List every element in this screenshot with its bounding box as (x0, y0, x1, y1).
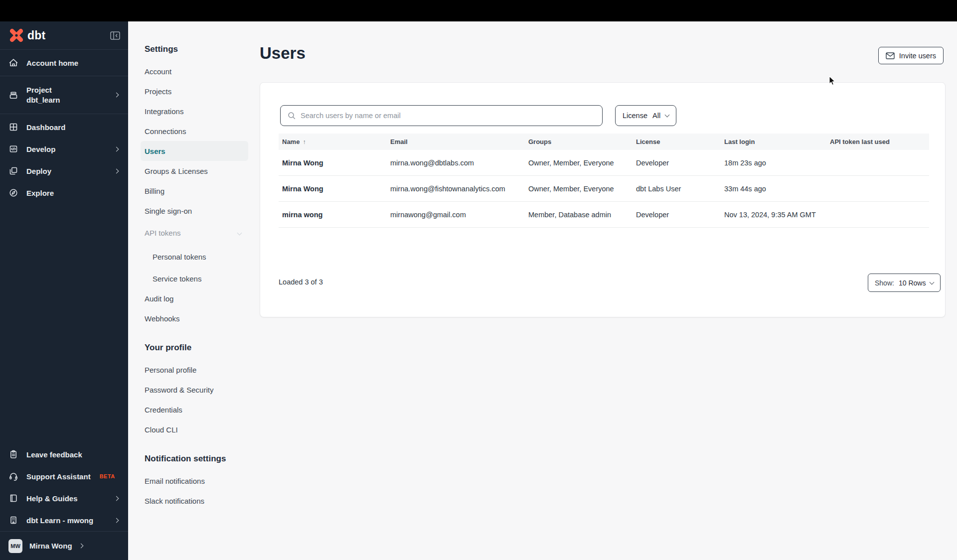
dbt-logo-icon (9, 28, 24, 43)
settings-nav-item-users[interactable]: Users (141, 141, 248, 161)
sidebar-item-deploy[interactable]: Deploy (0, 160, 128, 182)
license-filter-dropdown[interactable]: License All (615, 105, 676, 126)
dashboard-grid-icon (8, 122, 18, 132)
column-header-name[interactable]: Name ↑ (279, 138, 387, 145)
settings-nav-item-cloud-cli[interactable]: Cloud CLI (141, 420, 248, 439)
sidebar-item-develop[interactable]: Develop (0, 138, 128, 160)
sidebar-item-label: Dashboard (26, 123, 118, 132)
table-row[interactable]: Mirna Wong mirna.wong@dbtlabs.com Owner,… (279, 150, 929, 176)
table-header-row: Name ↑ Email Groups License Last login A… (279, 134, 929, 150)
cell-last-login: 33m 44s ago (721, 185, 826, 193)
cell-email: mirnawong@gmail.com (387, 211, 525, 219)
table-row[interactable]: Mirna Wong mirna.wong@fishtownanalytics.… (279, 176, 929, 202)
sidebar-item-help-guides[interactable]: Help & Guides (0, 487, 128, 509)
settings-nav-item-billing[interactable]: Billing (141, 181, 248, 201)
settings-nav-item-groups-licenses[interactable]: Groups & Licenses (141, 161, 248, 181)
sidebar-item-label: Account home (26, 59, 118, 67)
user-name: Mirna Wong (29, 542, 72, 550)
chevron-right-icon (114, 518, 119, 523)
beta-badge: BETA (100, 473, 118, 479)
settings-nav-item-email-notifications[interactable]: Email notifications (141, 471, 248, 491)
sidebar-item-label: Develop (26, 145, 107, 153)
settings-nav-item-slack-notifications[interactable]: Slack notifications (141, 491, 248, 511)
chevron-right-icon (114, 146, 119, 151)
settings-nav-item-webhooks[interactable]: Webhooks (141, 308, 248, 328)
column-header-last-login[interactable]: Last login (721, 138, 826, 145)
settings-nav-item-connections[interactable]: Connections (141, 121, 248, 141)
sidebar: dbt Account home Project d (0, 21, 128, 560)
column-header-email[interactable]: Email (387, 138, 525, 145)
settings-nav-item-single-sign-on[interactable]: Single sign-on (141, 201, 248, 221)
sidebar-item-support-assistant[interactable]: Support Assistant BETA (0, 465, 128, 487)
settings-nav-item-personal-tokens[interactable]: Personal tokens (141, 245, 248, 269)
sidebar-item-account-home[interactable]: Account home (0, 50, 128, 76)
search-input[interactable] (301, 112, 596, 120)
rows-per-page-dropdown[interactable]: Show: 10 Rows (868, 274, 941, 292)
headset-icon (8, 471, 18, 481)
cell-license: dbt Labs User (633, 185, 721, 193)
column-header-api-token[interactable]: API token last used (826, 138, 929, 145)
chevron-right-icon (114, 496, 119, 501)
clipboard-icon (8, 449, 18, 459)
sidebar-item-label: Help & Guides (26, 494, 107, 503)
settings-nav-item-personal-profile[interactable]: Personal profile (141, 360, 248, 380)
settings-nav-item-password-security[interactable]: Password & Security (141, 380, 248, 400)
search-icon (288, 112, 296, 120)
cell-name: Mirna Wong (279, 185, 387, 193)
invite-users-label: Invite users (899, 52, 936, 60)
sidebar-item-project[interactable]: Project dbt_learn (0, 76, 128, 114)
top-black-bar (0, 0, 957, 21)
sidebar-item-account-switcher[interactable]: dbt Learn - mwong (0, 509, 128, 531)
cell-groups: Owner, Member, Everyone (525, 185, 633, 193)
cell-last-login: Nov 13, 2024, 9:35 AM GMT (721, 211, 826, 219)
sidebar-item-label: Deploy (26, 167, 107, 175)
column-label: Name (282, 138, 300, 145)
settings-nav-item-integrations[interactable]: Integrations (141, 101, 248, 121)
sidebar-item-explore[interactable]: Explore (0, 182, 128, 204)
sidebar-project-label: Project (26, 86, 107, 94)
book-icon (8, 493, 18, 503)
cell-email: mirna.wong@dbtlabs.com (387, 159, 525, 167)
panel-collapse-icon (110, 31, 120, 40)
cell-groups: Member, Database admin (525, 211, 633, 219)
sort-ascending-icon: ↑ (303, 139, 306, 145)
settings-nav-heading: Settings (141, 41, 259, 57)
table-row[interactable]: mirna wong mirnawong@gmail.com Member, D… (279, 202, 929, 228)
cell-license: Developer (633, 211, 721, 219)
column-header-license[interactable]: License (633, 138, 721, 145)
sidebar-item-leave-feedback[interactable]: Leave feedback (0, 443, 128, 465)
invite-users-button[interactable]: Invite users (878, 47, 944, 64)
settings-nav-item-account[interactable]: Account (141, 61, 248, 81)
sidebar-user-menu[interactable]: MW Mirna Wong (0, 531, 128, 560)
envelope-icon (886, 52, 895, 59)
settings-nav-item-credentials[interactable]: Credentials (141, 400, 248, 420)
your-profile-heading: Your profile (141, 340, 259, 355)
project-box-icon (8, 90, 18, 100)
sidebar-project-name: dbt_learn (26, 96, 107, 104)
notification-settings-heading: Notification settings (141, 451, 259, 466)
column-header-groups[interactable]: Groups (525, 138, 633, 145)
settings-nav-item-audit-log[interactable]: Audit log (141, 288, 248, 308)
cell-license: Developer (633, 159, 721, 167)
sidebar-header: dbt (0, 21, 128, 50)
dbt-logo[interactable]: dbt (9, 28, 45, 43)
license-filter-label: License (623, 112, 647, 120)
dbt-logo-text: dbt (27, 29, 45, 42)
api-tokens-label: API tokens (145, 229, 181, 237)
cell-name: mirna wong (279, 211, 387, 219)
cell-name: Mirna Wong (279, 159, 387, 167)
license-filter-value: All (652, 112, 660, 120)
sidebar-item-label: Support Assistant (26, 472, 91, 481)
settings-nav-item-service-tokens[interactable]: Service tokens (141, 269, 248, 288)
sidebar-item-dashboard[interactable]: Dashboard (0, 116, 128, 138)
settings-nav-group-api-tokens[interactable]: API tokens (141, 221, 248, 245)
collapse-sidebar-button[interactable] (110, 31, 120, 40)
chevron-down-icon (665, 113, 670, 118)
show-value: 10 Rows (899, 279, 926, 287)
settings-nav-item-projects[interactable]: Projects (141, 81, 248, 101)
sidebar-divider (0, 114, 128, 114)
dbt-cloud-app: dbt Account home Project d (0, 0, 957, 560)
nav-spacer (141, 328, 259, 340)
deploy-layers-icon (8, 166, 18, 176)
home-icon (8, 58, 18, 68)
